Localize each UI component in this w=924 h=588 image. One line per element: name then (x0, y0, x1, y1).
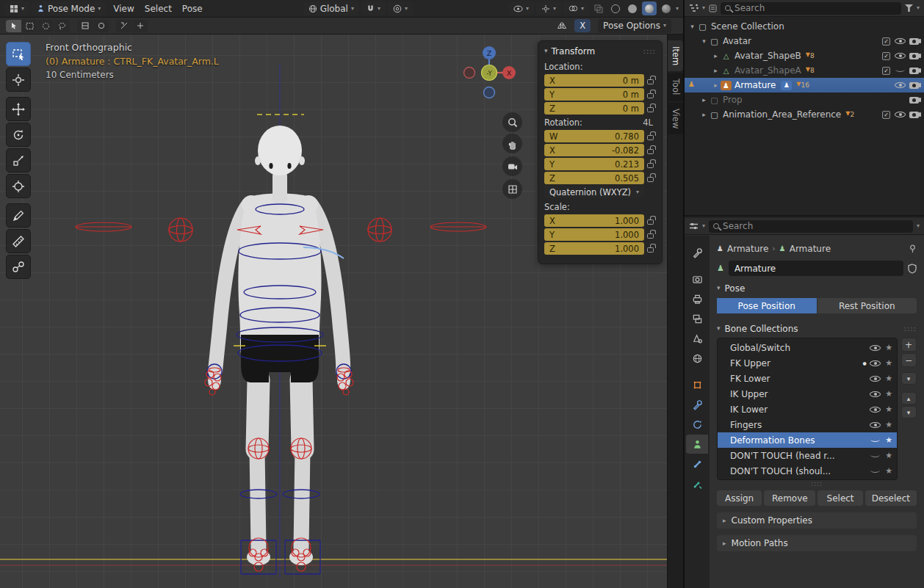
menu-item[interactable]: Pose (177, 4, 208, 14)
bone-collection-row[interactable]: DON'T TOUCH (shoul... ★ (718, 463, 897, 479)
lock-icon[interactable] (647, 177, 654, 182)
solo-star-icon[interactable]: ★ (885, 343, 892, 352)
location-field[interactable]: Z 0 m (544, 102, 644, 115)
lock-icon[interactable] (647, 219, 654, 225)
solo-star-icon[interactable]: ★ (885, 374, 892, 383)
action-button[interactable]: Select (817, 490, 862, 506)
expander-icon[interactable] (699, 37, 709, 45)
gizmo-neg-z-axis[interactable] (484, 87, 495, 98)
tab-object[interactable] (686, 375, 708, 394)
lock-icon[interactable] (647, 135, 654, 140)
breadcrumb-data[interactable]: Armature (790, 244, 831, 254)
expander-icon[interactable] (699, 111, 709, 118)
shading-wireframe-button[interactable] (608, 1, 623, 15)
render-camera-icon[interactable] (909, 112, 919, 118)
viewport-3d[interactable]: Front Orthographic (0) Armature : CTRL_F… (0, 35, 667, 588)
selectable-checkbox[interactable] (882, 52, 890, 60)
tab-bone-constraint[interactable] (686, 474, 708, 493)
bone-collection-row[interactable]: IK Lower ★ (718, 402, 897, 417)
outliner-row[interactable]: Prop (685, 92, 924, 107)
bone-collection-row[interactable]: DON'T TOUCH (head r... ★ (718, 448, 897, 463)
remove-collection-button[interactable]: − (901, 353, 917, 367)
scale-field[interactable]: Y 1.000 (544, 228, 644, 241)
shading-rendered-button[interactable] (659, 1, 674, 15)
tab-view-layer[interactable] (686, 309, 708, 328)
outliner-row[interactable]: Avatar_ShapeB 8 (685, 48, 924, 63)
shading-material-button[interactable] (642, 1, 657, 15)
outliner-editor-icon[interactable] (689, 4, 699, 12)
properties-search-input[interactable]: Search (709, 220, 913, 233)
solo-star-icon[interactable]: ★ (885, 466, 892, 476)
move-up-button[interactable]: ▴ (901, 392, 917, 404)
select-mode-box-button[interactable] (22, 20, 37, 32)
visibility-eye-icon[interactable] (870, 436, 881, 445)
rotation-field[interactable]: X -0.082 (544, 144, 644, 156)
header-toggle-icon[interactable] (116, 20, 131, 32)
breadcrumb-object[interactable]: Armature (727, 244, 768, 254)
solo-star-icon[interactable]: ★ (885, 358, 892, 368)
visibility-eye-icon[interactable] (870, 374, 881, 383)
outliner-row[interactable]: Animation_Area_Reference 2 (685, 107, 924, 122)
bone-collection-row[interactable]: FK Lower ★ (718, 371, 897, 386)
pose-options-dropdown[interactable]: Pose Options ▾ (598, 19, 671, 33)
shading-solid-button[interactable] (625, 1, 640, 15)
selectable-checkbox[interactable] (882, 37, 890, 46)
render-camera-icon[interactable] (909, 68, 919, 74)
header-toggle-icon[interactable] (132, 20, 148, 32)
lock-icon[interactable] (647, 107, 654, 112)
cursor-tool[interactable] (6, 68, 31, 92)
action-button[interactable]: Assign (717, 490, 762, 506)
visibility-eye-icon[interactable] (870, 405, 881, 414)
visibility-dropdown[interactable]: ▾ (508, 1, 534, 15)
panel-grip-icon[interactable] (643, 47, 656, 55)
tab-tool[interactable] (686, 243, 708, 262)
solo-star-icon[interactable]: ★ (885, 389, 892, 399)
gizmos-dropdown[interactable]: ▾ (536, 1, 561, 15)
outliner-row[interactable]: Scene Collection (685, 19, 924, 34)
solo-star-icon[interactable]: ★ (885, 420, 892, 429)
lock-icon[interactable] (647, 79, 654, 84)
tab-constraints[interactable] (686, 395, 708, 414)
bone-collection-row[interactable]: FK Upper ★ (718, 355, 897, 371)
select-mode-tweak-button[interactable] (6, 20, 21, 32)
location-field[interactable]: Y 0 m (544, 88, 644, 101)
visibility-eye-icon[interactable] (895, 81, 906, 90)
pose-position-button[interactable]: Rest Position (817, 298, 917, 313)
action-button[interactable]: Deselect (865, 490, 917, 506)
header-toggle-icon[interactable] (93, 20, 109, 32)
visibility-eye-icon[interactable] (895, 110, 906, 119)
npanel-tab[interactable]: View (668, 103, 683, 134)
specials-menu-button[interactable]: ▾ (901, 372, 917, 385)
visibility-eye-icon[interactable] (870, 359, 881, 368)
editor-type-dropdown[interactable]: ▾ (4, 1, 29, 15)
pin-icon[interactable] (909, 244, 917, 253)
tab-world[interactable] (686, 349, 708, 368)
render-camera-icon[interactable] (909, 38, 919, 45)
menu-item[interactable]: Select (140, 4, 177, 14)
datablock-name-field[interactable]: Armature (729, 261, 903, 276)
pose-panel-header[interactable]: ▾ Pose (717, 279, 917, 297)
visibility-eye-icon[interactable] (895, 66, 906, 75)
tab-physics[interactable] (686, 415, 708, 434)
properties-editor-icon[interactable] (689, 222, 699, 231)
bone-collections-header[interactable]: ▾ Bone Collections (717, 319, 917, 338)
measure-tool[interactable] (6, 229, 31, 253)
display-mode-dropdown[interactable] (709, 4, 717, 12)
outliner-row[interactable]: Armature 16 (685, 78, 924, 92)
outliner-search-input[interactable]: Search (721, 2, 901, 15)
pan-hand-button[interactable] (502, 134, 522, 153)
visibility-eye-icon[interactable] (870, 451, 881, 460)
visibility-eye-icon[interactable] (870, 421, 881, 429)
list-resize-grip[interactable] (717, 480, 917, 487)
tab-object-data[interactable] (686, 435, 708, 454)
selectable-checkbox[interactable] (882, 67, 890, 75)
selectable-checkbox[interactable] (882, 111, 890, 119)
pose-breakdowner-tool[interactable] (6, 255, 31, 279)
zoom-button[interactable] (502, 112, 522, 132)
mirror-icon[interactable] (557, 21, 567, 30)
tab-render[interactable] (686, 269, 708, 288)
expander-icon[interactable] (711, 52, 721, 59)
collapsed-panel-header[interactable]: ▸ Custom Properties (717, 512, 917, 529)
mirror-x-toggle[interactable]: X (574, 19, 591, 32)
scale-field[interactable]: Z 1.000 (544, 242, 644, 255)
